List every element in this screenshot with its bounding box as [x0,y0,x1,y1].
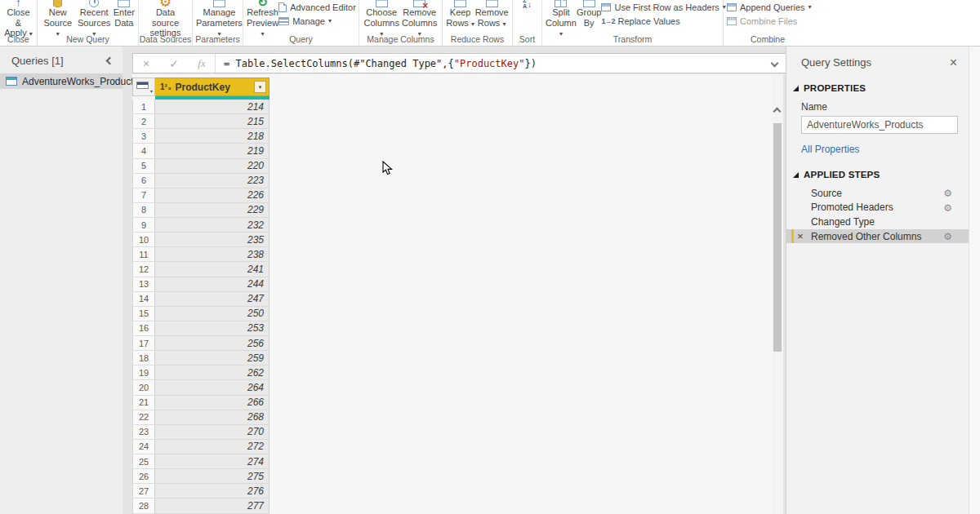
scroll-up-icon[interactable] [773,108,782,116]
row-number[interactable]: 27 [132,484,155,498]
cell-value[interactable]: 229 [155,203,270,218]
remove-columns-button[interactable]: × Remove Columns ▾ [401,0,439,38]
cell-value[interactable]: 215 [155,114,270,129]
remove-rows-button[interactable]: Remove Rows ▾ [475,0,509,28]
row-number[interactable]: 21 [132,396,155,410]
advanced-editor-button[interactable]: Advanced Editor [278,2,356,13]
preview-scrollbar[interactable] [772,74,783,514]
column-filter-button[interactable]: ▾ [254,81,266,93]
group-by-button[interactable]: Group By [577,0,602,28]
row-number[interactable]: 6 [132,174,155,188]
close-apply-button[interactable]: ↑ Close & Apply ▾ [3,0,33,38]
cell-value[interactable]: 214 [155,100,270,114]
step-settings-gear-icon[interactable]: ⚙ [943,231,952,242]
close-panel-icon[interactable]: × [950,57,957,69]
row-number[interactable]: 7 [132,188,155,203]
cell-value[interactable]: 277 [155,498,270,513]
cell-value[interactable]: 259 [155,351,270,366]
cell-value[interactable]: 272 [155,440,270,454]
row-number[interactable]: 16 [132,321,155,336]
properties-section-header[interactable]: PROPERTIES [786,69,969,93]
step-removed-other-columns[interactable]: × Removed Other Columns ⚙ [786,229,969,244]
cell-value[interactable]: 274 [155,454,270,469]
use-first-row-as-headers-button[interactable]: Use First Row as Headers ▾ [601,2,725,13]
step-settings-gear-icon[interactable]: ⚙ [943,202,952,214]
row-number[interactable]: 11 [132,247,155,262]
scrollbar-thumb[interactable] [773,123,782,352]
row-number[interactable]: 28 [132,498,155,513]
numeric-type-icon[interactable]: 1²₃ [160,82,172,91]
row-number[interactable]: 2 [132,114,155,129]
cell-value[interactable]: 268 [155,410,270,425]
cell-value[interactable]: 266 [155,396,270,410]
cell-value[interactable]: 235 [155,233,270,247]
step-source[interactable]: Source ⚙ [786,186,969,201]
column-header-productkey[interactable]: 1²₃ ProductKey ▾ [155,78,270,96]
split-column-button[interactable]: Split Column ▾ [546,0,577,38]
recent-sources-button[interactable]: Recent Sources ▾ [75,0,114,38]
row-number[interactable]: 23 [132,425,155,440]
row-number[interactable]: 10 [132,233,155,247]
cell-value[interactable]: 232 [155,218,270,233]
step-changed-type[interactable]: Changed Type [786,215,969,229]
all-properties-link[interactable]: All Properties [786,134,969,155]
cell-value[interactable]: 270 [155,425,270,440]
append-queries-button[interactable]: Append Queries ▾ [727,2,812,13]
select-all-corner-button[interactable]: ▾ [132,78,155,96]
cell-value[interactable]: 275 [155,469,270,484]
cell-value[interactable]: 256 [155,336,270,351]
cell-value[interactable]: 264 [155,380,270,395]
cell-value[interactable]: 253 [155,321,270,336]
manage-parameters-button[interactable]: Manage Parameters ▾ [196,0,243,38]
cell-value[interactable]: 220 [155,159,270,174]
step-promoted-headers[interactable]: Promoted Headers ⚙ [786,201,969,215]
sort-button[interactable]: ZA ↓ [523,0,532,11]
row-number[interactable]: 24 [132,440,155,454]
row-number[interactable]: 12 [132,262,155,277]
settings-panel-scroll-strip[interactable] [969,47,980,514]
row-number[interactable]: 8 [132,203,155,218]
data-source-settings-button[interactable]: ⚙ Data source settings [142,0,189,38]
combine-files-button[interactable]: Combine Files [727,16,812,27]
cell-value[interactable]: 276 [155,484,270,498]
row-number[interactable]: 4 [132,144,155,158]
cell-value[interactable]: 226 [155,188,270,203]
cell-value[interactable]: 244 [155,277,270,292]
refresh-preview-button[interactable]: ↻ Refresh Preview ▾ [247,0,278,38]
row-number[interactable]: 22 [132,410,155,425]
row-number[interactable]: 15 [132,307,155,321]
cell-value[interactable]: 223 [155,174,270,188]
replace-values-button[interactable]: 1→2 Replace Values [601,16,725,27]
row-number[interactable]: 18 [132,351,155,366]
row-number[interactable]: 25 [132,454,155,469]
choose-columns-button[interactable]: Choose Columns ▾ [363,0,401,38]
collapse-panel-icon[interactable] [106,57,114,65]
cancel-formula-icon[interactable]: × [138,57,154,70]
query-list-item-selected[interactable]: AdventureWorks_Products [0,73,122,89]
formula-input[interactable]: = Table.SelectColumns(#"Changed Type",{"… [216,58,537,69]
fx-icon[interactable]: fx [194,57,210,70]
row-number[interactable]: 17 [132,336,155,351]
row-number[interactable]: 9 [132,218,155,233]
row-number[interactable]: 3 [132,129,155,144]
query-name-input[interactable] [801,116,958,134]
row-number[interactable]: 20 [132,380,155,395]
commit-formula-icon[interactable]: ✓ [166,57,182,70]
delete-step-icon[interactable]: × [797,230,804,242]
cell-value[interactable]: 218 [155,129,270,144]
row-number[interactable]: 13 [132,277,155,292]
cell-value[interactable]: 219 [155,144,270,158]
enter-data-button[interactable]: Enter Data [114,0,135,28]
new-source-button[interactable]: New Source ▾ [41,0,75,38]
cell-value[interactable]: 247 [155,292,270,307]
cell-value[interactable]: 250 [155,307,270,321]
row-number[interactable]: 19 [132,366,155,380]
cell-value[interactable]: 238 [155,247,270,262]
applied-steps-section-header[interactable]: APPLIED STEPS [786,155,969,179]
cell-value[interactable]: 241 [155,262,270,277]
row-number[interactable]: 26 [132,469,155,484]
row-number[interactable]: 14 [132,292,155,307]
keep-rows-button[interactable]: Keep Rows ▾ [446,0,474,28]
cell-value[interactable]: 262 [155,366,270,380]
manage-button[interactable]: Manage ▾ [278,16,356,27]
